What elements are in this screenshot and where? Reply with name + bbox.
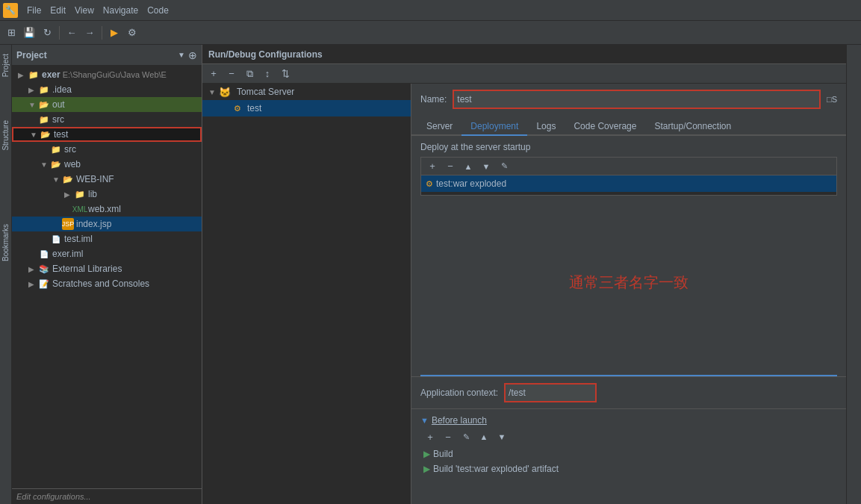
deploy-remove-btn[interactable]: −	[442, 158, 459, 175]
tree-label-scratches: Scratches and Consoles	[52, 279, 149, 289]
tree-label-webxml: web.xml	[88, 204, 121, 214]
tab-logs[interactable]: Logs	[527, 118, 565, 136]
new-window-btn[interactable]: ⊞	[3, 25, 19, 41]
build-item-1[interactable]: ▶ Build 'test:war exploded' artifact	[420, 461, 837, 476]
arrow-scratches: ▶	[28, 280, 36, 288]
tree-item-idea[interactable]: ▶ 📁 .idea	[12, 82, 202, 97]
config-tree-test-label: test	[247, 103, 261, 113]
tree-item-test[interactable]: ▼ 📂 test	[12, 127, 202, 142]
sync-btn[interactable]: ↻	[39, 25, 55, 41]
side-tab-project[interactable]: Project	[0, 48, 11, 83]
tree-item-out[interactable]: ▼ 📂 out	[12, 97, 202, 112]
arrow-idea: ▶	[28, 86, 36, 94]
config-left-panel: ▼ 🐱 Tomcat Server ⚙ test	[202, 84, 411, 504]
tree-item-src[interactable]: 📁 src	[12, 112, 202, 127]
tree-label-test: test	[54, 129, 68, 140]
tree-item-test-src[interactable]: 📁 src	[12, 142, 202, 157]
console-icon-scratches: 📝	[38, 278, 50, 290]
config-dialog-body: ▼ 🐱 Tomcat Server ⚙ test Name:	[202, 84, 846, 504]
run-config-header: Run/Debug Configurations	[202, 45, 846, 64]
context-input[interactable]	[506, 385, 595, 401]
config-tree-tomcat[interactable]: ▼ 🐱 Tomcat Server	[202, 84, 411, 100]
menu-view[interactable]: View	[70, 4, 99, 17]
context-label: Application context:	[420, 388, 498, 398]
tree-item-test-web[interactable]: ▼ 📂 web	[12, 157, 202, 172]
test-instance-icon: ⚙	[234, 104, 241, 113]
menu-bar: 🔧 File Edit View Navigate Code	[0, 0, 861, 21]
deploy-down-btn[interactable]: ▼	[478, 158, 494, 175]
left-side-tabs: Project Structure Bookmarks	[0, 45, 12, 504]
build-item-0[interactable]: ▶ Build	[420, 447, 837, 461]
xml-icon-webxml: XML	[74, 203, 86, 215]
tree-item-testiml[interactable]: 📄 test.iml	[12, 231, 202, 246]
tree-item-webinf[interactable]: ▼ 📂 WEB-INF	[12, 172, 202, 187]
folder-icon-out: 📂	[38, 99, 50, 111]
tree-item-exeriml[interactable]: 📄 exer.iml	[12, 246, 202, 261]
before-launch-down-btn[interactable]: ▼	[494, 429, 510, 445]
app-icon: 🔧	[3, 3, 18, 18]
tree-item-lib[interactable]: ▶ 📁 lib	[12, 187, 202, 202]
side-tab-bookmarks[interactable]: Bookmarks	[0, 218, 11, 267]
tree-label-out: out	[52, 99, 65, 110]
tree-item-ext-lib[interactable]: ▶ 📚 External Libraries	[12, 261, 202, 276]
deploy-add-btn[interactable]: +	[424, 158, 441, 175]
main-layout: Project Structure Bookmarks Project ▼ ⊕ …	[0, 45, 861, 504]
arrow-out: ▼	[28, 101, 36, 109]
config-move-btn[interactable]: ↕	[259, 66, 276, 82]
tree-item-indexjsp[interactable]: JSP index.jsp	[12, 217, 202, 231]
name-row: Name: □S	[411, 84, 846, 115]
name-input[interactable]	[454, 91, 819, 108]
config-tree-test[interactable]: ⚙ test	[202, 100, 411, 116]
project-options-icon[interactable]: ▼	[178, 51, 185, 59]
back-btn[interactable]: ←	[63, 25, 80, 41]
side-tab-structure[interactable]: Structure	[0, 114, 11, 157]
config-sort-btn[interactable]: ⇅	[277, 66, 293, 82]
arrow-exer: ▶	[18, 71, 25, 79]
arrow-test: ▼	[30, 131, 37, 139]
folder-icon-lib: 📁	[74, 188, 86, 200]
before-launch-remove-btn[interactable]: −	[440, 429, 456, 445]
tree-path-exer: E:\ShangGuiGu\Java Web\E	[63, 70, 167, 79]
deploy-edit-btn[interactable]: ✎	[496, 158, 512, 175]
project-bottom-area: Edit configurations...	[12, 488, 202, 504]
before-launch-up-btn[interactable]: ▲	[476, 429, 492, 445]
menu-navigate[interactable]: Navigate	[99, 4, 143, 17]
menu-edit[interactable]: Edit	[46, 4, 70, 17]
build-label-1: Build 'test:war exploded' artifact	[433, 464, 559, 474]
before-launch-edit-btn[interactable]: ✎	[458, 429, 474, 445]
tree-item-exer[interactable]: ▶ 📁 exer E:\ShangGuiGu\Java Web\E	[12, 67, 202, 82]
run-config-title: Run/Debug Configurations	[208, 49, 323, 60]
menu-file[interactable]: File	[22, 4, 46, 17]
config-remove-btn[interactable]: −	[223, 66, 240, 82]
tree-label-webinf: WEB-INF	[76, 174, 114, 184]
tree-item-scratches[interactable]: ▶ 📝 Scratches and Consoles	[12, 276, 202, 291]
deploy-item-0[interactable]: ⚙ test:war exploded	[421, 175, 836, 192]
context-row: Application context:	[411, 376, 846, 408]
tree-label-test-src: src	[64, 144, 76, 155]
tab-startup[interactable]: Startup/Connection	[645, 118, 740, 136]
collapse-icon[interactable]: ▼	[420, 416, 429, 425]
tree-item-webxml[interactable]: XML web.xml	[12, 202, 202, 217]
arrow-webinf: ▼	[52, 175, 60, 184]
tab-server[interactable]: Server	[417, 118, 461, 136]
build-btn[interactable]: ▶	[106, 25, 122, 41]
save-btn[interactable]: 💾	[21, 25, 37, 41]
run-btn[interactable]: ⚙	[124, 25, 140, 41]
config-add-btn[interactable]: +	[205, 66, 222, 82]
forward-btn[interactable]: →	[81, 25, 98, 41]
config-tabs-bar: Server Deployment Logs Code Coverage Sta…	[411, 115, 846, 136]
menu-code[interactable]: Code	[143, 4, 173, 17]
build-icon-0: ▶	[423, 449, 430, 459]
deploy-up-btn[interactable]: ▲	[460, 158, 476, 175]
project-tree: ▶ 📁 exer E:\ShangGuiGu\Java Web\E ▶ 📁 .i…	[12, 66, 202, 488]
tree-label-lib: lib	[88, 189, 97, 199]
tab-code-coverage[interactable]: Code Coverage	[565, 118, 645, 136]
before-launch-add-btn[interactable]: +	[422, 429, 438, 445]
before-launch-title[interactable]: Before launch	[432, 415, 487, 426]
config-copy-btn[interactable]: ⧉	[241, 66, 258, 82]
arrow-lib: ▶	[64, 190, 72, 199]
project-panel-header: Project ▼ ⊕	[12, 45, 202, 66]
lib-icon-ext: 📚	[38, 263, 50, 275]
project-add-icon[interactable]: ⊕	[188, 49, 197, 61]
tab-deployment[interactable]: Deployment	[461, 118, 527, 136]
